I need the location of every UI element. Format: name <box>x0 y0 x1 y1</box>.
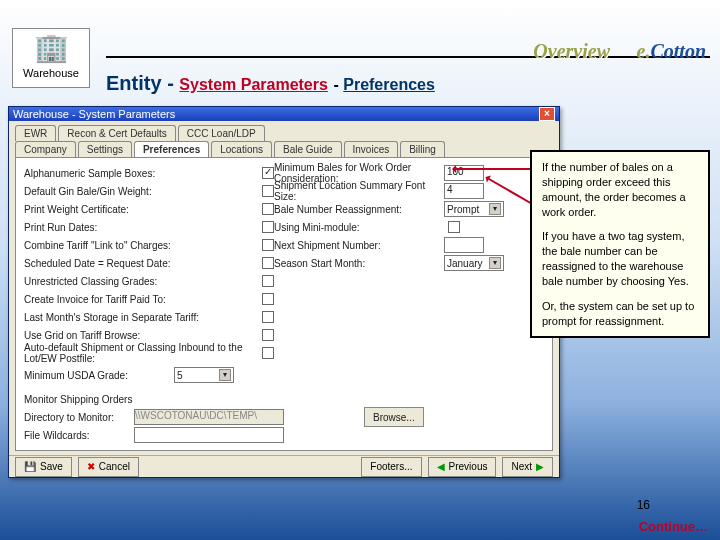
pref-checkbox[interactable] <box>262 203 274 215</box>
pref-checkbox[interactable] <box>262 275 274 287</box>
pref-checkbox[interactable] <box>262 239 274 251</box>
system-parameters-window: Warehouse - System Parameters × EWRRecon… <box>8 106 560 478</box>
chevron-down-icon: ▾ <box>219 369 231 381</box>
pref-checkbox[interactable] <box>262 257 274 269</box>
warehouse-icon: 🏢 <box>13 29 89 67</box>
annotation-p1: If the number of bales on a shipping ord… <box>542 160 698 219</box>
save-button[interactable]: 💾Save <box>15 457 72 477</box>
page-number: 16 <box>637 498 650 512</box>
tabstrip: EWRRecon & Cert DefaultsCCC Loan/LDP Com… <box>15 125 553 157</box>
tab-bale-guide[interactable]: Bale Guide <box>274 141 341 157</box>
close-icon[interactable]: × <box>539 107 555 121</box>
pref-label: Scheduled Date = Request Date: <box>24 258 258 269</box>
continue-link[interactable]: Continue… <box>639 519 708 534</box>
pref-label: Unrestricted Classing Grades: <box>24 276 258 287</box>
pref-right-label: Using Mini-module: <box>274 222 444 233</box>
pref-label: Default Gin Bale/Gin Weight: <box>24 186 258 197</box>
chevron-down-icon: ▾ <box>489 203 501 215</box>
save-icon: 💾 <box>24 461 36 472</box>
pref-checkbox[interactable] <box>262 311 274 323</box>
directory-label: Directory to Monitor: <box>24 412 134 423</box>
tab-company[interactable]: Company <box>15 141 76 157</box>
pref-checkbox[interactable] <box>262 167 274 179</box>
module-badge: 🏢 Warehouse <box>12 28 90 88</box>
file-wildcards-input[interactable] <box>134 427 284 443</box>
tab-settings[interactable]: Settings <box>78 141 132 157</box>
monitor-shipping-label: Monitor Shipping Orders <box>24 394 132 405</box>
cancel-icon: ✖ <box>87 461 95 472</box>
pref-label: Print Run Dates: <box>24 222 258 233</box>
pref-checkbox[interactable] <box>262 221 274 233</box>
tab-ewr[interactable]: EWR <box>15 125 56 141</box>
prev-icon: ◀ <box>437 461 445 472</box>
breadcrumb: Entity - System Parameters - Preferences <box>106 72 435 95</box>
tab-recon-cert-defaults[interactable]: Recon & Cert Defaults <box>58 125 176 141</box>
annotation-box: If the number of bales on a shipping ord… <box>530 150 710 338</box>
pref-right-label: Shipment Location Summary Font Size: <box>274 180 444 202</box>
pref-right-label: Bale Number Reassignment: <box>274 204 444 215</box>
tab-ccc-loan-ldp[interactable]: CCC Loan/LDP <box>178 125 265 141</box>
cancel-button[interactable]: ✖Cancel <box>78 457 139 477</box>
pref-right-label: Next Shipment Number: <box>274 240 444 251</box>
min-usda-select[interactable]: 5▾ <box>174 367 234 383</box>
module-label: Warehouse <box>13 67 89 79</box>
annotation-p3: Or, the system can be set up to prompt f… <box>542 299 698 329</box>
pref-text-input[interactable]: 4 <box>444 183 484 199</box>
tab-locations[interactable]: Locations <box>211 141 272 157</box>
overview-heading: Overview <box>533 40 610 63</box>
browse-button[interactable]: Browse... <box>364 407 424 427</box>
previous-button[interactable]: ◀Previous <box>428 457 497 477</box>
pref-text-input[interactable] <box>444 237 484 253</box>
titlebar: Warehouse - System Parameters × <box>9 107 559 121</box>
pref-checkbox[interactable] <box>262 293 274 305</box>
next-button[interactable]: Next▶ <box>502 457 553 477</box>
file-wildcards-label: File Wildcards: <box>24 430 134 441</box>
directory-input[interactable]: \\WSCOTONAU\DC\TEMP\ <box>134 409 284 425</box>
tab-preferences-body: Alphanumeric Sample Boxes:Minimum Bales … <box>15 157 553 451</box>
pref-label: Print Weight Certificate: <box>24 204 258 215</box>
tab-preferences[interactable]: Preferences <box>134 141 209 157</box>
pref-label: Auto-default Shipment or Classing Inboun… <box>24 342 258 364</box>
breadcrumb-preferences: Preferences <box>343 76 435 93</box>
pref-label: Last Month's Storage in Separate Tariff: <box>24 312 258 323</box>
chevron-down-icon: ▾ <box>489 257 501 269</box>
pref-label: Alphanumeric Sample Boxes: <box>24 168 258 179</box>
footers-button[interactable]: Footers... <box>361 457 421 477</box>
pref-combo[interactable]: Prompt▾ <box>444 201 504 217</box>
pref-checkbox[interactable] <box>262 185 274 197</box>
pref-right-label: Season Start Month: <box>274 258 444 269</box>
pref-label: Use Grid on Tariff Browse: <box>24 330 258 341</box>
brand-logo: e.Cotton <box>637 40 706 63</box>
next-icon: ▶ <box>536 461 544 472</box>
pref-checkbox[interactable] <box>262 347 274 359</box>
window-title: Warehouse - System Parameters <box>13 108 539 120</box>
arrow-to-min-bales <box>454 168 534 170</box>
annotation-p2: If you have a two tag system, the bale n… <box>542 229 698 288</box>
tab-billing[interactable]: Billing <box>400 141 445 157</box>
divider <box>106 56 710 58</box>
tab-invoices[interactable]: Invoices <box>344 141 399 157</box>
min-usda-label: Minimum USDA Grade: <box>24 370 174 381</box>
pref-label: Create Invoice for Tariff Paid To: <box>24 294 258 305</box>
button-bar: 💾Save ✖Cancel Footers... ◀Previous Next▶ <box>9 455 559 477</box>
pref-label: Combine Tariff "Link to" Charges: <box>24 240 258 251</box>
pref-checkbox[interactable] <box>262 329 274 341</box>
breadcrumb-system-parameters: System Parameters <box>179 76 328 93</box>
pref-checkbox[interactable] <box>448 221 460 233</box>
pref-combo[interactable]: January▾ <box>444 255 504 271</box>
breadcrumb-entity: Entity <box>106 72 162 94</box>
